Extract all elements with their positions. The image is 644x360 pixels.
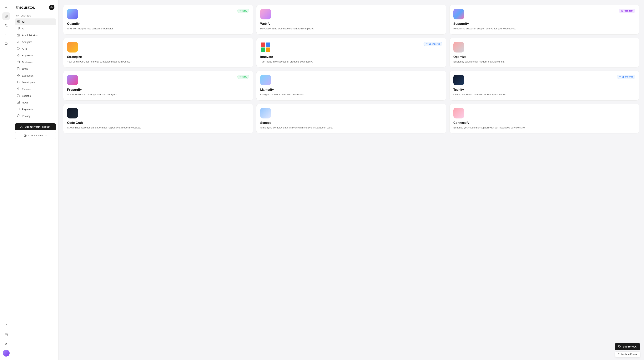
card-title: Supportify — [454, 22, 635, 26]
grid-icon — [16, 20, 20, 24]
sidebar-item-logistic[interactable]: Logistic — [14, 92, 56, 99]
card-optimize[interactable]: Optimize Efficiency solutions for modern… — [449, 38, 640, 68]
users-button[interactable] — [2, 22, 10, 29]
sidebar-item-ai[interactable]: AI — [14, 25, 56, 32]
card-header — [260, 74, 442, 86]
svg-rect-43 — [454, 42, 464, 52]
chat-button[interactable] — [2, 40, 10, 48]
highlight-badge: Highlight — [618, 9, 635, 13]
card-propertify[interactable]: New Propertify Smart real estate managem… — [63, 70, 253, 100]
svg-rect-13 — [17, 22, 18, 23]
card-code-craft[interactable]: Code Craft Streamlined web design platfo… — [63, 104, 253, 134]
card-quantify[interactable]: New Quantify AI-driven insights into con… — [63, 4, 253, 34]
card-icon-code-craft — [67, 108, 78, 118]
building-icon — [16, 34, 20, 37]
card-header — [260, 9, 442, 20]
card-connectify[interactable]: Connectify Enhance your customer support… — [449, 104, 640, 134]
framer-badge[interactable]: Made in Framer — [615, 352, 640, 357]
nav-item-label: News — [22, 101, 28, 104]
card-title: Marketify — [260, 88, 442, 92]
sidebar-item-payments[interactable]: Payments — [14, 106, 56, 113]
tag-icon — [618, 346, 621, 348]
sidebar-item-analytics[interactable]: Analytics — [14, 39, 56, 46]
card-title: Webify — [260, 22, 442, 26]
card-header: Sponsored — [454, 74, 635, 86]
nav-item-label: AI — [22, 27, 24, 30]
card-header: Highlight — [454, 9, 635, 20]
svg-rect-35 — [67, 9, 78, 20]
sidebar-item-education[interactable]: Education — [14, 72, 56, 79]
grid-button[interactable] — [2, 12, 10, 20]
sidebar-item-all[interactable]: All — [14, 18, 56, 25]
facebook-icon: f — [6, 324, 6, 327]
nav-item-label: Logistic — [22, 94, 31, 97]
bug-icon — [16, 54, 20, 57]
main-content: New Quantify AI-driven insights into con… — [58, 0, 644, 360]
book-icon — [16, 27, 20, 30]
card-techify[interactable]: Sponsored Techify Cutting-edge tech serv… — [449, 70, 640, 100]
card-icon-quantify — [67, 9, 78, 20]
card-webify[interactable]: Webify Revolutionizing web development w… — [256, 4, 446, 34]
card-desc: Revolutionizing web development with sim… — [260, 27, 442, 30]
sidebar-item-news[interactable]: News — [14, 99, 56, 106]
sidebar-item-business[interactable]: Business — [14, 59, 56, 66]
instagram-button[interactable] — [2, 331, 10, 338]
card-header: New — [67, 9, 249, 20]
card-marketify[interactable]: Marketify Navigate market trends with co… — [256, 70, 446, 100]
sidebar-item-bug-hunt[interactable]: Bug Hunt — [14, 52, 56, 59]
svg-rect-25 — [17, 94, 19, 96]
svg-point-6 — [6, 24, 6, 25]
briefcase-icon — [16, 60, 20, 64]
sidebar-item-apis[interactable]: APIs — [14, 46, 56, 52]
card-desc: AI-driven insights into consumer behavio… — [67, 27, 249, 30]
facebook-button[interactable]: f — [2, 322, 10, 329]
svg-rect-4 — [5, 16, 6, 17]
cards-grid: New Quantify AI-driven insights into con… — [63, 4, 640, 134]
new-badge: New — [237, 74, 249, 79]
new-badge: New — [237, 9, 249, 13]
sidebar-item-privacy[interactable]: Privacy — [14, 113, 56, 120]
card-scoope[interactable]: Scoope Simplifying complex data analysis… — [256, 104, 446, 134]
buy-label: Buy for 69€ — [622, 345, 637, 348]
card-supportify[interactable]: Highlight Supportify Redefining customer… — [449, 4, 640, 34]
buy-button[interactable]: Buy for 69€ — [615, 343, 640, 350]
card-desc: Enhance your customer support with our i… — [454, 126, 635, 130]
twitter-button[interactable]: ✕ — [2, 340, 10, 348]
contact-button[interactable]: Contact With Us — [14, 132, 56, 139]
card-desc: Turn ideas into successful products seam… — [260, 60, 442, 64]
svg-rect-37 — [454, 9, 464, 20]
truck-icon — [16, 94, 20, 98]
svg-rect-47 — [67, 108, 78, 118]
svg-point-28 — [19, 96, 20, 97]
card-title: Techify — [454, 88, 635, 92]
search-button[interactable] — [2, 3, 10, 11]
nav-item-label: Business — [22, 61, 32, 64]
framer-icon — [618, 353, 620, 356]
svg-rect-42 — [266, 48, 270, 52]
sidebar-item-administration[interactable]: Administration — [14, 32, 56, 39]
megaphone-button[interactable] — [2, 31, 10, 38]
card-desc: Navigate market trends with confidence. — [260, 93, 442, 96]
logo-back-icon[interactable] — [49, 4, 54, 10]
svg-rect-38 — [67, 42, 78, 52]
submit-icon — [20, 126, 23, 128]
avatar-button[interactable] — [2, 349, 10, 357]
svg-point-9 — [6, 334, 6, 335]
card-icon-marketify — [260, 74, 271, 86]
svg-rect-5 — [6, 16, 7, 17]
nav-item-label: Education — [22, 74, 34, 77]
card-desc: Streamlined web design platform for resp… — [67, 126, 249, 130]
card-strategize[interactable]: Strategize Your virtual CFO for financia… — [63, 38, 253, 68]
svg-rect-40 — [266, 42, 270, 47]
card-icon-supportify — [454, 9, 464, 20]
card-header — [454, 108, 635, 118]
sidebar-item-cms[interactable]: CMS — [14, 66, 56, 72]
sidebar-item-finance[interactable]: Finance — [14, 86, 56, 92]
submit-button[interactable]: Submit Your Product — [14, 123, 56, 130]
sidebar-item-developers[interactable]: Developers — [14, 79, 56, 86]
card-title: Propertify — [67, 88, 249, 92]
avatar — [3, 350, 10, 356]
svg-rect-44 — [67, 74, 78, 86]
svg-rect-49 — [454, 108, 464, 118]
card-innovate[interactable]: Sponsored Innovate Turn ideas into succe… — [256, 38, 446, 68]
